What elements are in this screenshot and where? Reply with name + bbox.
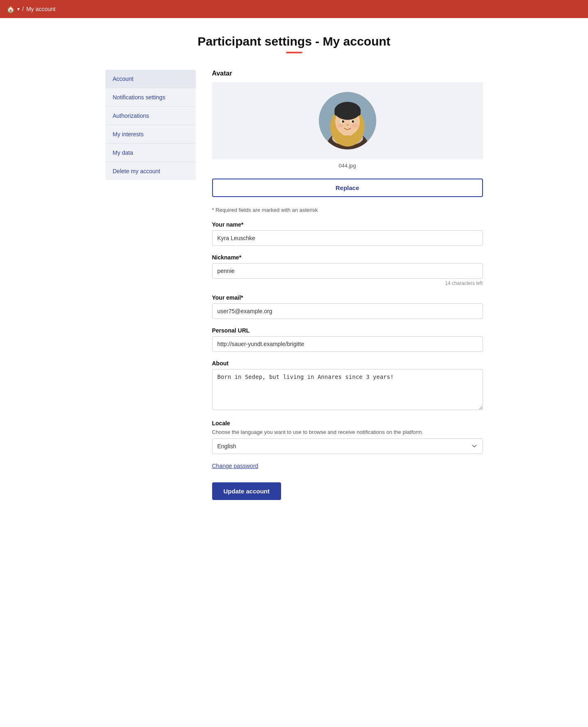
svg-point-13: [346, 124, 349, 126]
about-textarea[interactable]: [212, 369, 483, 410]
avatar-image: [319, 92, 376, 149]
page-title: Participant settings - My account: [105, 34, 483, 48]
avatar-filename: 044.jpg: [212, 163, 483, 169]
email-group: Your email*: [212, 294, 483, 319]
required-note: * Required fields are marked with an ast…: [212, 207, 483, 213]
name-label: Your name*: [212, 221, 483, 228]
sidebar-item-authorizations[interactable]: Authorizations: [105, 107, 196, 125]
svg-rect-8: [334, 111, 361, 116]
url-group: Personal URL: [212, 327, 483, 352]
locale-select[interactable]: English Español Français Deutsch Italian…: [212, 438, 483, 454]
dropdown-arrow-icon[interactable]: ▾: [17, 6, 20, 12]
breadcrumb-separator: /: [22, 6, 24, 12]
content-layout: Account Notifications settings Authoriza…: [105, 70, 483, 500]
update-btn-wrap: Update account: [212, 482, 483, 500]
avatar-box: [212, 82, 483, 159]
sidebar-item-interests[interactable]: My interests: [105, 125, 196, 144]
page-title-wrap: Participant settings - My account: [105, 34, 483, 53]
nickname-label: Nickname*: [212, 254, 483, 261]
email-label: Your email*: [212, 294, 483, 301]
locale-help: Choose the language you want to use to b…: [212, 429, 483, 435]
nickname-char-count: 14 characters left: [212, 280, 483, 286]
locale-group: Locale Choose the language you want to u…: [212, 420, 483, 454]
sidebar-item-my-data[interactable]: My data: [105, 144, 196, 162]
page-container: Participant settings - My account Accoun…: [97, 18, 491, 516]
top-nav: 🏠 ▾ / My account: [0, 0, 588, 18]
nickname-group: Nickname* 14 characters left: [212, 254, 483, 286]
about-group: About: [212, 360, 483, 412]
main-content: Avatar: [212, 70, 483, 500]
sidebar-item-notifications[interactable]: Notifications settings: [105, 88, 196, 107]
page-title-underline: [286, 52, 302, 53]
sidebar-item-account[interactable]: Account: [105, 70, 196, 88]
update-account-button[interactable]: Update account: [212, 482, 281, 500]
home-icon[interactable]: 🏠: [7, 5, 15, 13]
avatar: [319, 92, 376, 149]
locale-label: Locale: [212, 420, 483, 427]
url-label: Personal URL: [212, 327, 483, 334]
sidebar-item-delete-account[interactable]: Delete my account: [105, 162, 196, 180]
about-label: About: [212, 360, 483, 367]
sidebar: Account Notifications settings Authoriza…: [105, 70, 196, 180]
svg-point-12: [352, 120, 354, 123]
avatar-label: Avatar: [212, 70, 483, 77]
url-input[interactable]: [212, 336, 483, 352]
change-password-link[interactable]: Change password: [212, 463, 259, 469]
svg-point-11: [342, 120, 344, 123]
name-group: Your name*: [212, 221, 483, 246]
nickname-input[interactable]: [212, 263, 483, 279]
svg-point-15: [352, 124, 358, 128]
email-input[interactable]: [212, 303, 483, 319]
svg-point-14: [337, 124, 343, 128]
replace-button[interactable]: Replace: [212, 179, 483, 197]
name-input[interactable]: [212, 230, 483, 246]
avatar-section: Avatar: [212, 70, 483, 169]
breadcrumb-text: My account: [26, 6, 56, 12]
